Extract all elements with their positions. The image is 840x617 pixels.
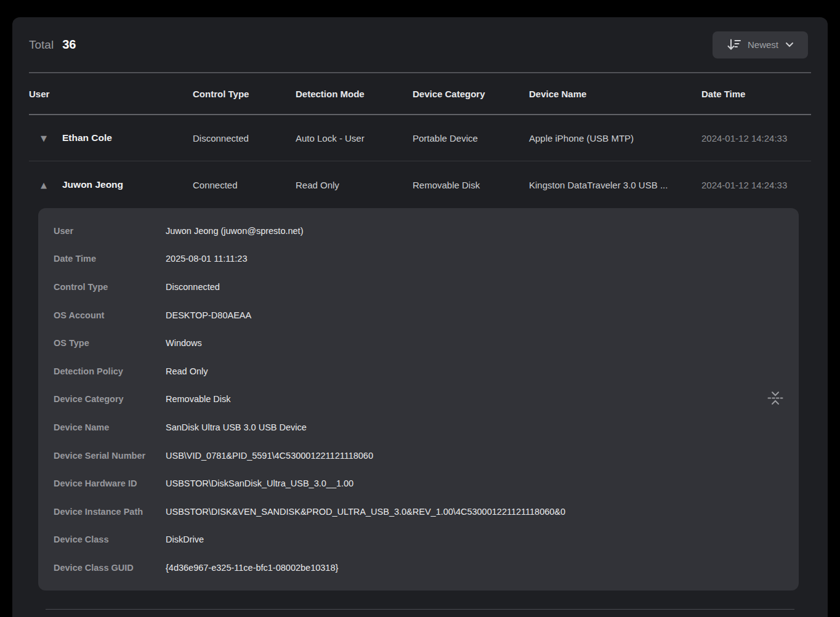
collapse-panel-button[interactable] — [765, 389, 785, 409]
detail-field-row: Device Serial Number USB\VID_0781&PID_55… — [38, 442, 799, 470]
detail-field-row: Detection Policy Read Only — [38, 357, 799, 385]
table-header-row: User Control Type Detection Mode Device … — [29, 72, 811, 115]
detail-field-value: Windows — [166, 338, 202, 348]
column-header: Detection Mode — [296, 89, 413, 99]
expander-triangle-icon[interactable]: ▲ — [41, 180, 47, 190]
device-log-table: User Control Type Detection Mode Device … — [29, 72, 811, 610]
cell-date-time: 2024-01-12 14:24:33 — [701, 180, 811, 190]
column-header: Date Time — [701, 89, 811, 99]
detail-field-label: OS Account — [54, 310, 166, 320]
expander-triangle-icon[interactable]: ▼ — [41, 134, 47, 143]
table-body: ▼ Ethan Cole Disconnected Auto Lock - Us… — [29, 115, 811, 208]
cell-device-category: Portable Device — [413, 133, 529, 143]
detail-field-value: DiskDrive — [166, 534, 204, 544]
cell-detection-mode: Auto Lock - User — [296, 133, 413, 143]
detail-field-value: USBSTOR\DiskSanDisk_Ultra_USB_3.0__1.00 — [166, 478, 353, 488]
detail-field-row: OS Type Windows — [38, 329, 799, 357]
cell-date-time: 2024-01-12 14:24:33 — [701, 133, 811, 143]
sort-label: Newest — [748, 39, 778, 50]
detail-field-row: Device Instance Path USBSTOR\DISK&VEN_SA… — [38, 498, 799, 526]
detail-field-row: Control Type Disconnected — [38, 273, 799, 301]
cell-device-category: Removable Disk — [413, 180, 529, 190]
detail-field-row: Device Class DiskDrive — [38, 526, 799, 554]
detail-fields: User Juwon Jeong (juwon@spresto.net) Dat… — [38, 217, 799, 582]
sort-descending-icon — [727, 38, 741, 51]
column-header: Device Category — [413, 89, 529, 99]
cell-user: Juwon Jeong — [29, 179, 193, 190]
detail-field-label: Date Time — [54, 254, 166, 264]
cell-detection-mode: Read Only — [296, 180, 413, 190]
detail-field-value: USBSTOR\DISK&VEN_SANDISK&PROD_ULTRA_USB_… — [166, 507, 565, 517]
column-header: Device Name — [529, 89, 701, 99]
cell-device-name: Apple iPhone (USB MTP) — [529, 133, 701, 143]
total-value: 36 — [62, 38, 76, 52]
column-header: Control Type — [193, 89, 296, 99]
detail-field-label: Device Instance Path — [54, 507, 166, 517]
detail-field-value: Removable Disk — [166, 394, 231, 404]
detail-field-row: User Juwon Jeong (juwon@spresto.net) — [38, 217, 799, 245]
device-control-log-card: Total 36 Newest User Control Type — [12, 17, 828, 617]
detail-field-label: Device Hardware ID — [54, 478, 166, 488]
detail-field-label: Control Type — [54, 282, 166, 292]
detail-field-value: Juwon Jeong (juwon@spresto.net) — [166, 226, 303, 236]
cell-user: Ethan Cole — [29, 132, 193, 143]
cell-control-type: Connected — [193, 180, 296, 190]
detail-field-row: Device Name SanDisk Ultra USB 3.0 USB De… — [38, 413, 799, 442]
row-detail-panel: User Juwon Jeong (juwon@spresto.net) Dat… — [38, 208, 799, 591]
cell-device-name: Kingston DataTraveler 3.0 USB ... — [529, 180, 701, 190]
detail-field-label: Detection Policy — [54, 366, 166, 376]
detail-field-row: Date Time 2025-08-01 11:11:23 — [38, 245, 799, 273]
detail-field-label: Device Class — [54, 534, 166, 544]
detail-field-value: USB\VID_0781&PID_5591\4C5300012211211180… — [166, 451, 373, 461]
detail-field-label: Device Category — [54, 394, 166, 404]
detail-field-value: 2025-08-01 11:11:23 — [166, 254, 248, 264]
chevron-down-icon — [785, 42, 794, 47]
column-header: User — [29, 89, 193, 99]
detail-field-value: Disconnected — [166, 282, 220, 292]
detail-field-label: Device Name — [54, 422, 166, 432]
detail-field-value: {4d36e967-e325-11ce-bfc1-08002be10318} — [166, 563, 338, 573]
detail-field-row: Device Hardware ID USBSTOR\DiskSanDisk_U… — [38, 469, 799, 498]
collapse-vertical-icon — [767, 390, 784, 406]
total-count: Total 36 — [29, 38, 76, 52]
toolbar: Total 36 Newest — [12, 17, 828, 72]
cell-control-type: Disconnected — [193, 133, 296, 143]
detail-field-label: Device Class GUID — [54, 563, 166, 573]
detail-field-value: Read Only — [166, 366, 208, 376]
total-label: Total — [29, 38, 54, 52]
detail-field-value: SanDisk Ultra USB 3.0 USB Device — [166, 422, 307, 432]
row-divider — [46, 609, 794, 610]
detail-field-value: DESKTOP-D80AEAA — [166, 310, 251, 320]
detail-field-row: Device Class GUID {4d36e967-e325-11ce-bf… — [38, 554, 799, 582]
detail-field-row: OS Account DESKTOP-D80AEAA — [38, 301, 799, 329]
detail-field-row: Device Category Removable Disk — [38, 385, 799, 414]
table-row[interactable]: ▲ Juwon Jeong Connected Read Only Remova… — [29, 161, 811, 208]
sort-dropdown[interactable]: Newest — [713, 31, 808, 58]
detail-field-label: User — [54, 226, 166, 236]
detail-field-label: Device Serial Number — [54, 451, 166, 461]
table-row[interactable]: ▼ Ethan Cole Disconnected Auto Lock - Us… — [29, 115, 811, 161]
detail-field-label: OS Type — [54, 338, 166, 348]
